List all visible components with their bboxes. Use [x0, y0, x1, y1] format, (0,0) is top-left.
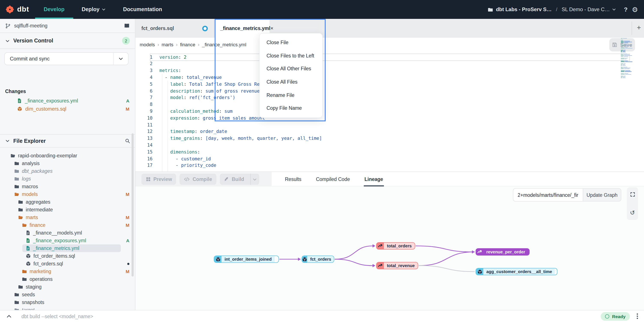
breadcrumb-separator: ›	[198, 42, 200, 47]
folder-icon	[14, 168, 19, 174]
file-icon	[26, 238, 30, 243]
lineage-node-total_orders[interactable]: total_orders	[376, 242, 415, 249]
tree-item-finance[interactable]: financeM	[0, 221, 136, 229]
editor-tab-bar: fct_orders.sql _finance_metrics.yml × +	[136, 19, 644, 38]
context-menu-item-close-all-other-files[interactable]: Close All Other Files	[260, 62, 322, 75]
sidebar: sqlfluff-meeting Version Control 2 Commi…	[0, 19, 136, 310]
project-switcher[interactable]: SL Demo - Dave C…	[562, 7, 616, 13]
editor-minimap[interactable]	[621, 38, 635, 79]
help-icon[interactable]: ?	[624, 6, 628, 13]
tree-item-seeds[interactable]: seeds	[0, 291, 136, 298]
git-status-badge: M	[126, 215, 130, 220]
nav-item-develop[interactable]: Develop	[35, 0, 73, 19]
project-name: SL Demo - Dave C…	[562, 7, 610, 13]
code-editor[interactable]: 1version: 223metrics:4 - name: total_rev…	[136, 52, 644, 171]
lineage-selector-input[interactable]: 2+models/marts/finance/_fir	[513, 188, 583, 201]
line-number: 14	[142, 142, 152, 149]
context-menu-item-close-all-files[interactable]: Close All Files	[260, 76, 322, 89]
tree-item-intermediate[interactable]: intermediate	[0, 206, 136, 213]
update-graph-button[interactable]: Update Graph	[583, 188, 621, 201]
ready-dot-icon	[605, 314, 610, 318]
branch-name: sqlfluff-meeting	[14, 23, 48, 28]
tree-item-staging[interactable]: staging	[0, 283, 136, 291]
sidebar-scrollbar[interactable]	[132, 133, 134, 276]
lineage-node-revenue_per_order[interactable]: revenue_per_order	[476, 248, 530, 255]
lineage-node-total_revenue[interactable]: total_revenue	[376, 262, 418, 269]
line-number: 11	[142, 122, 152, 128]
breadcrumb-segment[interactable]: finance	[180, 42, 196, 47]
docs-book-icon[interactable]	[124, 23, 130, 29]
tree-item-operations[interactable]: operations	[0, 275, 136, 283]
preview-button[interactable]: Preview	[142, 174, 176, 185]
tree-item-marts[interactable]: martsM	[0, 213, 136, 221]
build-options-chevron[interactable]	[250, 174, 259, 185]
commit-and-sync-button[interactable]: Commit and sync	[4, 52, 128, 65]
tree-item--finance-exposures-yml[interactable]: _finance_exposures.ymlA	[0, 237, 136, 244]
file-icon	[17, 98, 22, 103]
tree-item-marketing[interactable]: marketingM	[0, 267, 136, 275]
new-tab-button[interactable]: +	[637, 24, 641, 32]
fullscreen-icon[interactable]	[630, 192, 635, 197]
tree-item-rapid-onboarding-exemplar[interactable]: rapid-onboarding-exemplar	[0, 152, 136, 160]
folder-icon	[14, 300, 19, 305]
tree-item-aggregates[interactable]: aggregates	[0, 198, 136, 206]
build-button[interactable]: Build	[220, 174, 259, 185]
tree-item-fct-orders-sql[interactable]: fct_orders.sql	[0, 260, 136, 267]
tree-item-models[interactable]: modelsM	[0, 190, 136, 198]
button-label: Build	[232, 177, 244, 182]
chevron-up-icon[interactable]	[6, 313, 12, 319]
lineage-node-fct_orders[interactable]: fct_orders	[302, 255, 334, 263]
tree-item-macros[interactable]: macros	[0, 183, 136, 190]
lineage-node-agg_customer_orders__all_time[interactable]: agg_customer_orders__all_time	[476, 268, 558, 275]
panel-tab-compiled-code[interactable]: Compiled Code	[315, 172, 351, 186]
file-explorer-header[interactable]: File Explorer	[0, 134, 136, 148]
model-cube-icon	[214, 256, 222, 262]
change-item[interactable]: _finance_exposures.ymlA	[0, 97, 136, 105]
command-input[interactable]: dbt build --select <model_name>	[22, 314, 601, 319]
close-tab-icon[interactable]: ×	[270, 25, 273, 31]
commit-and-sync-label: Commit and sync	[5, 56, 113, 62]
compile-button[interactable]: Compile	[180, 174, 216, 185]
dbt-logo[interactable]: dbt	[0, 5, 35, 14]
context-menu-item-copy-file-name[interactable]: Copy File Name	[260, 102, 322, 115]
nav-item-documentation[interactable]: Documentation	[114, 0, 171, 19]
code-line: description: sum of gross revenue	[160, 88, 260, 95]
context-menu-item-close-file[interactable]: Close File	[260, 36, 322, 49]
panel-tab-results[interactable]: Results	[284, 172, 302, 186]
git-branch-row[interactable]: sqlfluff-meeting	[0, 19, 135, 33]
version-control-header[interactable]: Version Control 2	[0, 33, 135, 49]
build-icon	[224, 177, 229, 182]
chevron-down-icon	[5, 139, 10, 143]
metric-icon	[377, 262, 384, 269]
search-icon[interactable]	[125, 138, 130, 144]
code-line: calculation_method: sum	[160, 108, 232, 115]
lineage-node-int_order_items_joined[interactable]: int_order_items_joined	[214, 255, 279, 263]
tree-item-logs[interactable]: logs	[0, 175, 136, 183]
reset-view-icon[interactable]: ↺	[630, 210, 635, 216]
commit-options-chevron[interactable]	[113, 53, 128, 65]
git-branch-icon	[5, 23, 11, 29]
tree-item-dbt-packages[interactable]: dbt_packages	[0, 167, 136, 175]
gear-icon[interactable]: ⚙	[632, 5, 638, 14]
dbt-cloud-ide: dbt DevelopDeployDocumentation dbt Labs …	[0, 0, 644, 322]
tree-item--finance-models-yml[interactable]: _finance__models.yml	[0, 229, 136, 237]
tree-item--finance-metrics-yml[interactable]: _finance_metrics.yml	[0, 244, 136, 252]
breadcrumb-segment[interactable]: marts	[162, 42, 173, 47]
account-switcher[interactable]: dbt Labs - ProServ S…	[488, 7, 552, 13]
panel-tab-lineage[interactable]: Lineage	[364, 172, 384, 186]
tree-item-snapshots[interactable]: snapshots	[0, 298, 136, 306]
tree-item-label: intermediate	[26, 207, 53, 212]
account-name: dbt Labs - ProServ S…	[496, 7, 552, 13]
change-item[interactable]: dim_customers.sqlM	[0, 105, 136, 113]
breadcrumb-segment[interactable]: _finance_metrics.yml	[202, 42, 246, 47]
context-menu-item-rename-file[interactable]: Rename File	[260, 89, 322, 102]
kebab-menu-icon[interactable]	[637, 313, 638, 319]
nav-item-deploy[interactable]: Deploy	[73, 0, 114, 19]
breadcrumb-segment[interactable]: models	[140, 42, 155, 47]
tree-item-analysis[interactable]: analysis	[0, 160, 136, 167]
tab-label: fct_orders.sql	[142, 26, 174, 31]
code-line: metrics:	[160, 67, 181, 74]
tree-item-fct-order-items-sql[interactable]: fct_order_items.sql	[0, 252, 136, 260]
context-menu-item-close-files-to-the-left[interactable]: Close Files to the Left	[260, 49, 322, 62]
tab-fct-orders-sql[interactable]: fct_orders.sql	[136, 19, 214, 38]
